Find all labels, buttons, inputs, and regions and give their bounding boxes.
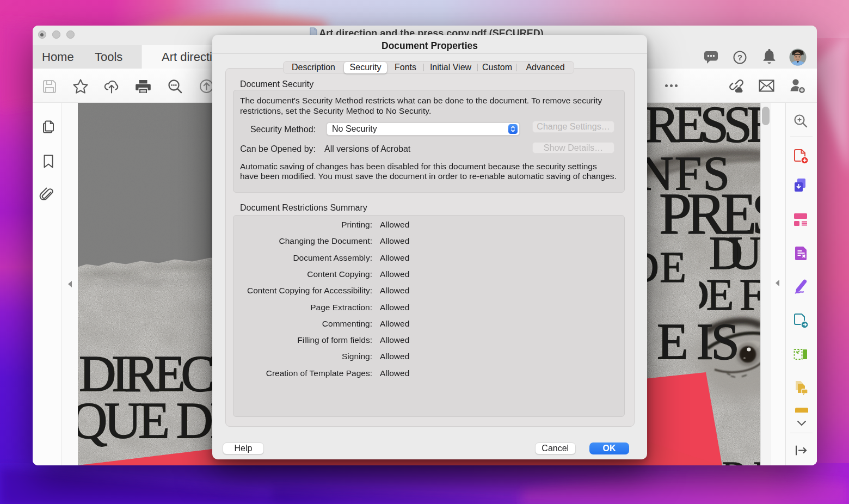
svg-text:DI: DI [722,454,760,465]
svg-text:E IS: E IS [657,313,740,371]
svg-text:?: ? [737,53,742,62]
